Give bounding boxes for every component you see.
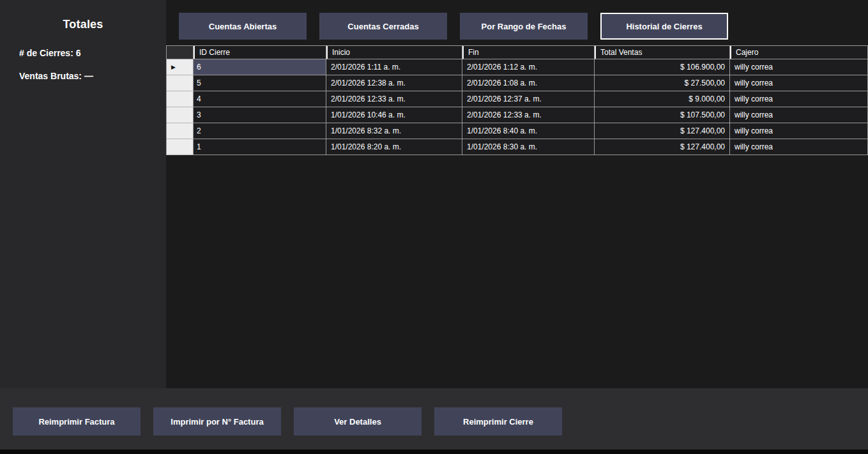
cell-inicio[interactable]: 1/01/2026 10:46 a. m. [326, 107, 462, 123]
row-selector-cell[interactable] [167, 75, 194, 91]
cell-fin[interactable]: 2/01/2026 1:08 a. m. [462, 75, 595, 91]
table-header-row: ID Cierre Inicio Fin Total Ventas Cajero [167, 46, 868, 59]
reimprimir-cierre-button[interactable]: Reimprimir Cierre [434, 407, 562, 435]
cell-inicio[interactable]: 2/01/2026 12:38 a. m. [326, 75, 462, 91]
cell-fin[interactable]: 1/01/2026 8:40 a. m. [462, 123, 595, 139]
cell-id-cierre[interactable]: 4 [194, 91, 326, 107]
totals-sidebar: Totales # de Cierres: 6 Ventas Brutas: — [0, 0, 166, 388]
table-corner-cell[interactable] [167, 46, 194, 59]
cell-total-ventas[interactable]: $ 127.400,00 [595, 123, 730, 139]
footer-buttons: Reimprimir Factura Imprimir por N° Factu… [13, 407, 562, 435]
table-row[interactable]: ▶62/01/2026 1:11 a. m.2/01/2026 1:12 a. … [167, 59, 868, 75]
cell-id-cierre[interactable]: 1 [194, 139, 326, 155]
column-header-id-cierre[interactable]: ID Cierre [194, 46, 326, 59]
view-tabs: Cuentas Abiertas Cuentas Cerradas Por Ra… [179, 13, 728, 40]
cell-id-cierre[interactable]: 5 [194, 75, 326, 91]
cell-id-cierre[interactable]: 3 [194, 107, 326, 123]
row-selector-cell[interactable] [167, 91, 194, 107]
cell-cajero[interactable]: willy correa [730, 139, 868, 155]
cell-cajero[interactable]: willy correa [730, 91, 868, 107]
cell-fin[interactable]: 2/01/2026 12:33 a. m. [462, 107, 595, 123]
column-header-cajero[interactable]: Cajero [730, 46, 868, 59]
cell-fin[interactable]: 1/01/2026 8:30 a. m. [462, 139, 595, 155]
cell-inicio[interactable]: 2/01/2026 1:11 a. m. [326, 59, 462, 75]
tab-cuentas-cerradas[interactable]: Cuentas Cerradas [319, 13, 447, 40]
table-row[interactable]: 42/01/2026 12:33 a. m.2/01/2026 12:37 a.… [167, 91, 868, 107]
cell-cajero[interactable]: willy correa [730, 107, 868, 123]
table-rows: ▶62/01/2026 1:11 a. m.2/01/2026 1:12 a. … [167, 59, 868, 155]
row-selector-cell[interactable] [167, 123, 194, 139]
column-header-inicio[interactable]: Inicio [326, 46, 462, 59]
row-selector-cell[interactable] [167, 139, 194, 155]
gross-sales-label: Ventas Brutas: — [19, 71, 166, 81]
totals-title: Totales [0, 18, 166, 31]
tab-por-rango-de-fechas[interactable]: Por Rango de Fechas [460, 13, 588, 40]
cell-total-ventas[interactable]: $ 107.500,00 [595, 107, 730, 123]
tab-cuentas-abiertas[interactable]: Cuentas Abiertas [179, 13, 307, 40]
cell-total-ventas[interactable]: $ 127.400,00 [595, 139, 730, 155]
column-header-total-ventas[interactable]: Total Ventas [595, 46, 730, 59]
cell-cajero[interactable]: willy correa [730, 75, 868, 91]
table-row[interactable]: 31/01/2026 10:46 a. m.2/01/2026 12:33 a.… [167, 107, 868, 123]
table-row[interactable]: 52/01/2026 12:38 a. m.2/01/2026 1:08 a. … [167, 75, 868, 91]
cell-fin[interactable]: 2/01/2026 1:12 a. m. [462, 59, 595, 75]
imprimir-por-numero-factura-button[interactable]: Imprimir por N° Factura [153, 407, 281, 435]
tab-historial-de-cierres[interactable]: Historial de Cierres [600, 13, 728, 40]
ver-detalles-button[interactable]: Ver Detalles [294, 407, 422, 435]
cell-total-ventas[interactable]: $ 27.500,00 [595, 75, 730, 91]
row-selector-cell[interactable] [167, 107, 194, 123]
cell-cajero[interactable]: willy correa [730, 59, 868, 75]
cell-id-cierre[interactable]: 6 [194, 59, 326, 75]
window-bottom-edge [0, 450, 868, 454]
cell-total-ventas[interactable]: $ 9.000,00 [595, 91, 730, 107]
cell-cajero[interactable]: willy correa [730, 123, 868, 139]
table-row[interactable]: 21/01/2026 8:32 a. m.1/01/2026 8:40 a. m… [167, 123, 868, 139]
cell-inicio[interactable]: 1/01/2026 8:32 a. m. [326, 123, 462, 139]
reimprimir-factura-button[interactable]: Reimprimir Factura [13, 407, 141, 435]
closures-table: ID Cierre Inicio Fin Total Ventas Cajero… [166, 45, 868, 155]
closures-count-label: # de Cierres: 6 [19, 48, 166, 58]
cell-total-ventas[interactable]: $ 106.900,00 [595, 59, 730, 75]
cell-inicio[interactable]: 2/01/2026 12:33 a. m. [326, 91, 462, 107]
cell-fin[interactable]: 2/01/2026 12:37 a. m. [462, 91, 595, 107]
table-row[interactable]: 11/01/2026 8:20 a. m.1/01/2026 8:30 a. m… [167, 139, 868, 155]
cell-id-cierre[interactable]: 2 [194, 123, 326, 139]
cell-inicio[interactable]: 1/01/2026 8:20 a. m. [326, 139, 462, 155]
selected-row-arrow-icon[interactable]: ▶ [167, 59, 194, 75]
footer-bar: Reimprimir Factura Imprimir por N° Factu… [0, 388, 868, 450]
column-header-fin[interactable]: Fin [462, 46, 595, 59]
